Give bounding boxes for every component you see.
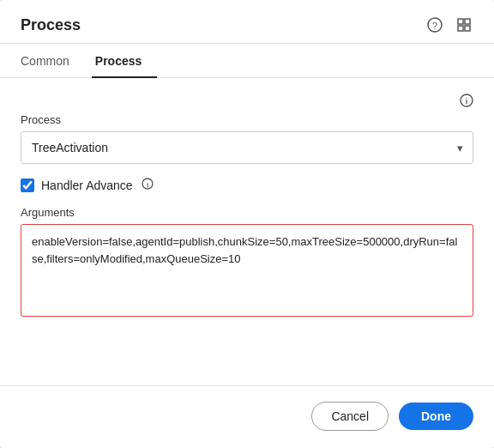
process-info-icon[interactable]: i	[460, 94, 473, 110]
cancel-button[interactable]: Cancel	[311, 402, 389, 431]
tab-common[interactable]: Common	[21, 44, 85, 78]
header-icons: ?	[425, 15, 473, 34]
expand-button[interactable]	[455, 15, 473, 34]
expand-icon	[456, 17, 472, 33]
svg-rect-2	[458, 19, 463, 24]
svg-rect-5	[465, 26, 470, 31]
arguments-label: Arguments	[21, 206, 473, 219]
dialog-body: i Process TreeActivation ▾ Handler Advan…	[0, 78, 494, 385]
process-dialog: Process ? Common Process	[0, 0, 494, 448]
tab-process[interactable]: Process	[92, 44, 157, 78]
help-icon: ?	[427, 17, 443, 33]
handler-advance-info-icon[interactable]: i	[142, 178, 154, 192]
handler-advance-checkbox[interactable]	[21, 179, 34, 192]
process-select[interactable]: TreeActivation	[21, 131, 473, 164]
dialog-header: Process ?	[0, 0, 494, 44]
svg-text:i: i	[466, 97, 468, 106]
help-button[interactable]: ?	[425, 15, 444, 34]
info-icon-row: i	[21, 94, 473, 110]
svg-text:?: ?	[432, 21, 437, 31]
dialog-title: Process	[21, 16, 81, 34]
dialog-footer: Cancel Done	[0, 385, 494, 448]
tabs-bar: Common Process	[0, 44, 494, 78]
svg-rect-4	[458, 26, 463, 31]
done-button[interactable]: Done	[399, 403, 473, 430]
info-circle-small-icon: i	[142, 178, 154, 190]
arguments-textarea[interactable]: enableVersion=false,agentId=publish,chun…	[21, 224, 473, 317]
svg-rect-3	[465, 19, 470, 24]
info-circle-icon: i	[460, 94, 473, 107]
process-field-label: Process	[21, 113, 473, 126]
handler-advance-row: Handler Advance i	[21, 178, 473, 192]
svg-text:i: i	[147, 181, 148, 189]
handler-advance-label: Handler Advance	[41, 179, 133, 192]
process-select-wrapper: TreeActivation ▾	[21, 131, 473, 164]
